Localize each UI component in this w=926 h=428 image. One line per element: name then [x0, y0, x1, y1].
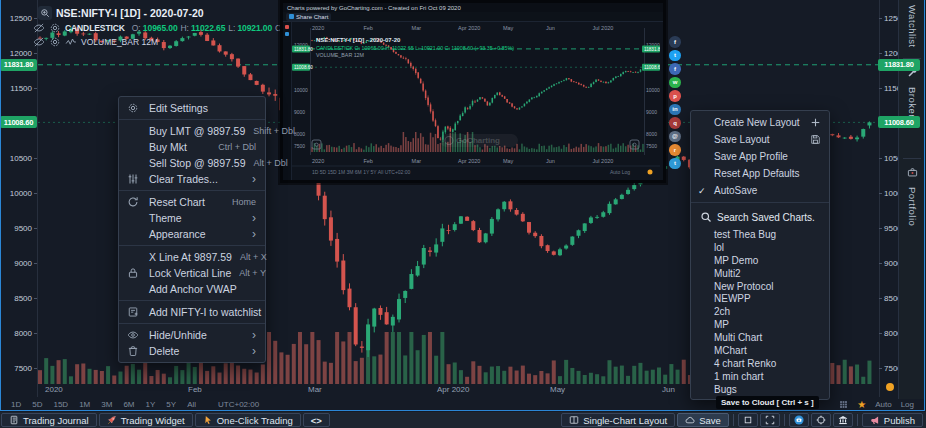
tab-brokers[interactable]: Brokers: [899, 64, 925, 123]
save-button[interactable]: Save: [677, 413, 729, 427]
timeframe-button[interactable]: 1Y: [146, 400, 156, 409]
tab-portfolio[interactable]: Portfolio: [899, 164, 925, 226]
taskbar-button-trading-journal[interactable]: Trading Journal: [1, 413, 97, 427]
favorite-star-icon[interactable]: ★: [857, 400, 866, 410]
volume-settings-icon[interactable]: [49, 36, 61, 48]
menu-item[interactable]: Sell Stop @ 9897.59Alt + Dbl: [119, 155, 265, 171]
menu-item[interactable]: Add Anchor VWAP: [119, 281, 265, 297]
saved-chart-item[interactable]: test Thea Bug: [691, 228, 829, 241]
auto-scale-toggle[interactable]: Auto: [875, 400, 891, 409]
timeframe-button[interactable]: All: [187, 400, 196, 409]
twitter-share-icon[interactable]: t: [669, 50, 681, 62]
saved-chart-item[interactable]: lol: [691, 241, 829, 254]
timezone-label[interactable]: UTC+02:00: [218, 400, 259, 409]
saved-chart-item[interactable]: New Protocol: [691, 280, 829, 293]
menu-separator: [691, 202, 829, 203]
svg-text:10000: 10000: [646, 87, 660, 93]
menu-item[interactable]: Create New Layout: [691, 114, 829, 131]
ohlc-value: 10921.00: [235, 23, 272, 33]
menu-item-label: Buy Mkt: [149, 141, 210, 153]
menu-item[interactable]: Edit Settings: [119, 100, 265, 116]
menu-item[interactable]: Appearance›: [119, 226, 265, 242]
menu-item[interactable]: Reset ChartHome: [119, 194, 265, 210]
quora-share-icon[interactable]: q: [669, 117, 681, 129]
whatsapp-share-icon[interactable]: w: [669, 77, 681, 89]
menu-item[interactable]: Buy LMT @ 9897.59Shift + Dbl: [119, 123, 265, 139]
taskbar-button--[interactable]: <>: [303, 413, 330, 427]
saved-chart-item[interactable]: Multi Chart: [691, 331, 829, 344]
timeframe-button[interactable]: 5Y: [166, 400, 176, 409]
saved-chart-item[interactable]: NEWPP: [691, 292, 829, 305]
time-tick-label: Jun: [662, 385, 675, 394]
saved-chart-item[interactable]: Bugs: [691, 383, 829, 396]
timeframe-button[interactable]: 3M: [101, 400, 112, 409]
fullscreen-button[interactable]: [760, 413, 780, 427]
menu-item[interactable]: Lock Vertical LineAlt + Y: [119, 265, 265, 281]
facebook-dark-share-icon[interactable]: f: [669, 36, 681, 48]
stop-button[interactable]: [738, 413, 758, 427]
snapshot-camera-button[interactable]: [789, 413, 809, 427]
exchange-bank-button[interactable]: [833, 413, 853, 427]
menu-item[interactable]: Reset App Defaults: [691, 165, 829, 182]
taskbar-button-one-click-trading[interactable]: One-Click Trading: [195, 413, 301, 427]
time-tick-label: 2020: [45, 385, 63, 394]
tick-dash: [879, 88, 882, 89]
menu-item[interactable]: Hide/Unhide›: [119, 327, 265, 343]
menu-item[interactable]: Delete›: [119, 343, 265, 359]
menu-item[interactable]: X Line At 9897.59Alt + X: [119, 249, 265, 265]
svg-text:9000: 9000: [294, 109, 305, 115]
timeframe-button[interactable]: 15D: [53, 400, 68, 409]
tab-watchlist[interactable]: Watchlist: [899, 0, 925, 48]
menu-item[interactable]: Buy MktCtrl + Dbl: [119, 139, 265, 155]
single-chart-layout-button[interactable]: Single-Chart Layout: [561, 413, 675, 427]
ohlc-label: H:: [181, 23, 189, 33]
saved-chart-item[interactable]: MP: [691, 318, 829, 331]
telegram-share-icon[interactable]: t: [669, 158, 681, 170]
taskbar-button-trading-widget[interactable]: Trading Widget: [99, 413, 193, 427]
menu-item[interactable]: Save Layout: [691, 131, 829, 148]
saved-chart-item[interactable]: 4 chart Renko: [691, 357, 829, 370]
eye-icon: [127, 329, 139, 341]
volume-wave-icon: [65, 36, 77, 48]
saved-charts-search-input[interactable]: Search Saved Charts.: [691, 206, 829, 228]
reddit-share-icon[interactable]: r: [669, 144, 681, 156]
timeframe-button[interactable]: 6M: [123, 400, 134, 409]
saved-chart-item[interactable]: Multi2: [691, 267, 829, 280]
linkedin-share-icon[interactable]: in: [669, 104, 681, 116]
grid-settings-icon[interactable]: [839, 400, 848, 409]
floppy-icon: [810, 134, 821, 145]
timeframe-button[interactable]: 5D: [32, 400, 42, 409]
timeframe-button[interactable]: 1D: [11, 400, 21, 409]
taskbar-button-label: Trading Journal: [23, 415, 89, 426]
price-tag: 11008.60: [0, 116, 37, 128]
publish-button[interactable]: Publish: [862, 413, 923, 427]
saved-chart-item[interactable]: 1 min chart: [691, 370, 829, 383]
target-button[interactable]: [811, 413, 831, 427]
menu-item[interactable]: Add NIFTY-I to watchlist: [119, 304, 265, 320]
menu-item[interactable]: Theme›: [119, 210, 265, 226]
facebook-share-icon[interactable]: f: [669, 63, 681, 75]
tab-label: Watchlist: [907, 5, 918, 48]
saved-chart-item[interactable]: 2ch: [691, 305, 829, 318]
log-scale-toggle[interactable]: Log: [901, 400, 914, 409]
saved-chart-item[interactable]: MP Demo: [691, 254, 829, 267]
svg-text:Jun: Jun: [546, 158, 555, 164]
taskbar-button-label: One-Click Trading: [217, 415, 293, 426]
timeframe-button[interactable]: 1M: [79, 400, 90, 409]
hide-volume-icon[interactable]: [33, 36, 45, 48]
study-settings-icon[interactable]: [49, 22, 61, 34]
menu-item[interactable]: Save App Profile: [691, 148, 829, 165]
symbol-search-icon[interactable]: [38, 6, 52, 20]
menu-item-label: Reset App Defaults: [714, 168, 820, 179]
menu-item[interactable]: ✓AutoSave: [691, 182, 829, 199]
volume-study-label: VOLUME_BAR 12M: [81, 37, 158, 47]
email-share-icon[interactable]: @: [669, 131, 681, 143]
menu-item-label: Add Anchor VWAP: [149, 283, 256, 295]
pinterest-share-icon[interactable]: p: [669, 90, 681, 102]
price-tick: 8000: [0, 329, 32, 338]
saved-chart-item[interactable]: MChart: [691, 344, 829, 357]
svg-text:GoCharting: GoCharting: [456, 136, 500, 145]
menu-item[interactable]: Clear Trades...›: [119, 171, 265, 187]
tab-share-chart[interactable]: Share Chart: [286, 13, 331, 21]
hide-study-icon[interactable]: [33, 22, 45, 34]
